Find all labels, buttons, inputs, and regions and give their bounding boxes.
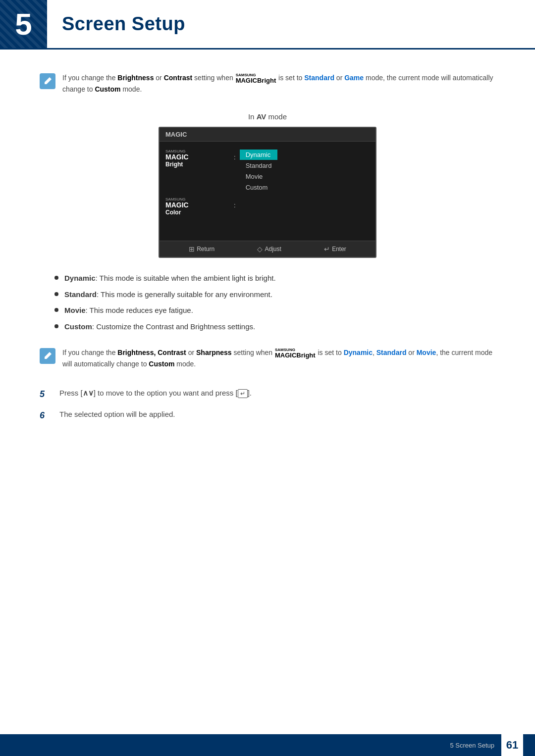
- custom-bold: Custom: [64, 322, 92, 331]
- step-number-5: 5: [40, 387, 59, 402]
- option-movie: Movie: [240, 171, 278, 182]
- option-dynamic: Dynamic: [240, 150, 278, 160]
- bullet-dot-movie: [54, 308, 58, 312]
- list-item-dynamic: Dynamic: This mode is suitable when the …: [54, 273, 495, 284]
- magic-color-menu: MAGIC: [165, 202, 230, 209]
- magic-bright-label-2: MAGICBright: [275, 352, 316, 358]
- menu-row-bright: SAMSUNG MAGIC Bright : Dynamic Standard …: [165, 150, 370, 193]
- magic-bright-menu: MAGIC: [165, 153, 230, 161]
- av-mode-label: In AV mode: [40, 112, 495, 121]
- monitor-container: MAGIC SAMSUNG MAGIC Bright : Dynamic Sta…: [40, 127, 495, 258]
- brightness-term: Brightness: [117, 74, 154, 82]
- monitor-footer: ⊞ Return ◇ Adjust ↵ Enter: [160, 241, 375, 257]
- av-bold: AV: [257, 112, 267, 121]
- key-nav: ∧∨: [83, 389, 94, 397]
- note-pencil-icon: [43, 76, 53, 86]
- dynamic-blue: Dynamic: [344, 349, 373, 356]
- sharpness-term: Sharpness: [196, 349, 232, 356]
- page-footer: 5 Screen Setup 61: [0, 734, 535, 756]
- standard-term: Standard: [304, 74, 334, 82]
- menu-label-bright: SAMSUNG MAGIC Bright: [165, 150, 230, 167]
- custom-term: Custom: [95, 85, 120, 93]
- bright-sub: Bright: [165, 161, 230, 167]
- step-6-text: The selected option will be applied.: [59, 408, 495, 420]
- steps-section: 5 Press [∧∨] to move to the option you w…: [40, 387, 495, 423]
- bullet-dot-standard: [54, 292, 58, 296]
- menu-row-color: SAMSUNG MAGIC Color :: [165, 198, 370, 215]
- magic-bright-label: MAGICBright: [236, 77, 276, 84]
- bullet-dot-dynamic: [54, 276, 58, 280]
- custom-term-2: Custom: [149, 360, 174, 368]
- enter-label: Enter: [332, 246, 346, 252]
- color-sub: Color: [165, 209, 230, 215]
- monitor-body: SAMSUNG MAGIC Bright : Dynamic Standard …: [160, 142, 375, 241]
- step-5-text: Press [∧∨] to move to the option you wan…: [59, 387, 495, 399]
- note-text-1: If you change the Brightness or Contrast…: [62, 72, 495, 95]
- chapter-number: 5: [15, 9, 32, 40]
- monitor-screen: MAGIC SAMSUNG MAGIC Bright : Dynamic Sta…: [159, 127, 376, 258]
- bullet-dot-custom: [54, 324, 58, 328]
- list-item-custom-text: Custom: Customize the Contrast and Brigh…: [64, 321, 255, 333]
- colon-color: :: [234, 202, 236, 209]
- note-text-2: If you change the Brightness, Contrast o…: [62, 347, 495, 369]
- menu-options-bright: Dynamic Standard Movie Custom: [240, 150, 278, 193]
- samsung-magic-bright-brand-2: SAMSUNG MAGICBright: [275, 348, 316, 358]
- menu-label-color: SAMSUNG MAGIC Color: [165, 198, 230, 215]
- standard-bold: Standard: [64, 290, 97, 299]
- option-custom: Custom: [240, 182, 278, 193]
- brightness-contrast-term: Brightness, Contrast: [117, 349, 186, 356]
- note-box-2: If you change the Brightness, Contrast o…: [40, 344, 495, 372]
- list-item-standard-text: Standard: This mode is generally suitabl…: [64, 289, 272, 301]
- key-enter: ↵: [238, 389, 248, 398]
- dynamic-bold: Dynamic: [64, 274, 96, 282]
- return-icon: ⊞: [189, 245, 195, 253]
- movie-blue: Movie: [417, 349, 436, 356]
- adjust-label: Adjust: [265, 246, 281, 252]
- step-5: 5 Press [∧∨] to move to the option you w…: [40, 387, 495, 402]
- samsung-magic-bright-brand: SAMSUNG MAGICBright: [236, 73, 276, 84]
- contrast-term: Contrast: [164, 74, 193, 82]
- chapter-title: Screen Setup: [47, 0, 185, 48]
- monitor-header: MAGIC: [160, 128, 375, 142]
- list-item-standard: Standard: This mode is generally suitabl…: [54, 289, 495, 301]
- list-item-movie: Movie: This mode reduces eye fatigue.: [54, 305, 495, 316]
- colon-bright: :: [234, 153, 236, 161]
- footer-adjust: ◇ Adjust: [257, 245, 281, 253]
- note-box-1: If you change the Brightness or Contrast…: [40, 69, 495, 98]
- step-number-6: 6: [40, 408, 59, 423]
- footer-return: ⊞ Return: [189, 245, 214, 253]
- list-item-dynamic-text: Dynamic: This mode is suitable when the …: [64, 273, 276, 284]
- return-label: Return: [197, 246, 214, 252]
- chapter-header: 5 Screen Setup: [0, 0, 535, 50]
- page-number: 61: [501, 734, 523, 756]
- main-content: If you change the Brightness or Contrast…: [0, 69, 535, 459]
- note-icon-2: [40, 348, 55, 364]
- list-item-movie-text: Movie: This mode reduces eye fatigue.: [64, 305, 193, 316]
- footer-enter: ↵ Enter: [324, 245, 346, 253]
- adjust-icon: ◇: [257, 245, 263, 253]
- game-term: Game: [344, 74, 364, 82]
- bullet-list: Dynamic: This mode is suitable when the …: [54, 273, 495, 332]
- standard-blue: Standard: [376, 349, 407, 356]
- list-item-custom: Custom: Customize the Contrast and Brigh…: [54, 321, 495, 333]
- chapter-number-block: 5: [0, 0, 47, 48]
- movie-bold: Movie: [64, 306, 86, 314]
- enter-icon: ↵: [324, 245, 330, 253]
- note-pencil-icon-2: [43, 351, 53, 361]
- note-icon-1: [40, 73, 55, 89]
- footer-section-label: 5 Screen Setup: [450, 742, 494, 749]
- option-standard: Standard: [240, 160, 278, 171]
- step-6: 6 The selected option will be applied.: [40, 408, 495, 423]
